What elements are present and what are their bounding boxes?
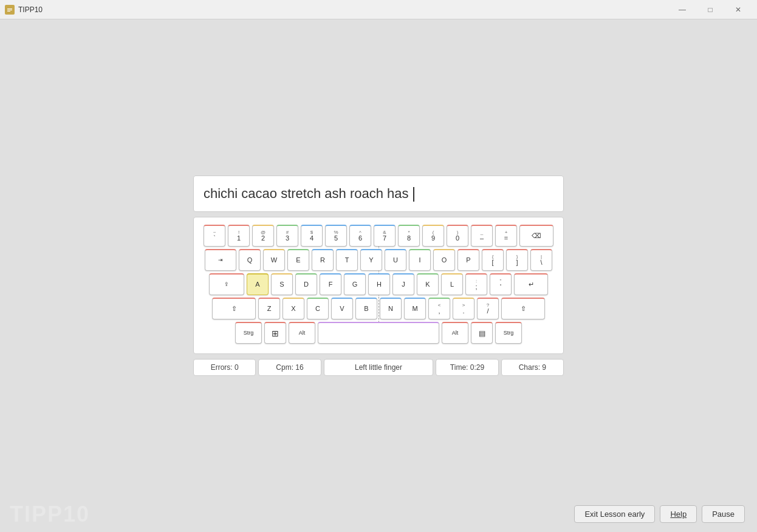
key-e[interactable]: E bbox=[287, 249, 309, 271]
key-5[interactable]: %5 bbox=[325, 225, 347, 247]
key-v[interactable]: V bbox=[331, 298, 353, 319]
key-row-bottom: Strg ⊞ Alt Alt ▤ Strg bbox=[201, 322, 556, 344]
key-shift-right[interactable]: ⇧ bbox=[501, 298, 545, 319]
key-quote[interactable]: "' bbox=[490, 273, 512, 295]
key-d[interactable]: D bbox=[295, 273, 317, 295]
cursor bbox=[413, 187, 414, 202]
key-k[interactable]: K bbox=[417, 273, 439, 295]
stats-bar: Errors: 0 Cpm: 16 Left little finger Tim… bbox=[193, 359, 564, 376]
key-row-asdf: ⇪ A S D F G H J K L :; "' ↵ bbox=[201, 273, 556, 295]
key-i[interactable]: I bbox=[409, 249, 431, 271]
key-row-qwerty: ⇥ Q W E R T Y U I O P {[ }] |\ bbox=[201, 249, 556, 271]
key-equals[interactable]: += bbox=[495, 225, 517, 247]
pause-button[interactable]: Pause bbox=[702, 505, 745, 523]
svg-rect-1 bbox=[7, 9, 12, 9]
time-stat: Time: 0:29 bbox=[436, 359, 498, 376]
key-row-numbers: ~` !1 @2 #3 $4 %5 ^6 &7 *8 (9 )0 _– += ⌫ bbox=[201, 225, 556, 247]
keyboard: ~` !1 @2 #3 $4 %5 ^6 &7 *8 (9 )0 _– += ⌫… bbox=[193, 217, 564, 354]
key-c[interactable]: C bbox=[307, 298, 329, 319]
key-backtick[interactable]: ~` bbox=[204, 225, 225, 247]
key-win-left[interactable]: ⊞ bbox=[264, 322, 286, 344]
key-a[interactable]: A bbox=[247, 273, 269, 295]
key-9[interactable]: (9 bbox=[422, 225, 444, 247]
key-bracket-open[interactable]: {[ bbox=[482, 249, 504, 271]
key-ctrl-right[interactable]: Strg bbox=[495, 322, 522, 344]
key-u[interactable]: U bbox=[385, 249, 406, 271]
key-x[interactable]: X bbox=[283, 298, 304, 319]
key-1[interactable]: !1 bbox=[228, 225, 250, 247]
bottom-bar: TIPP10 Exit Lesson early Help Pause bbox=[0, 496, 757, 532]
key-w[interactable]: W bbox=[263, 249, 285, 271]
key-t[interactable]: T bbox=[336, 249, 358, 271]
chars-stat: Chars: 9 bbox=[501, 359, 564, 376]
key-b[interactable]: B bbox=[355, 298, 377, 319]
key-slash[interactable]: ?/ bbox=[477, 298, 499, 319]
key-backspace[interactable]: ⌫ bbox=[519, 225, 553, 247]
key-minus[interactable]: _– bbox=[471, 225, 493, 247]
key-s[interactable]: S bbox=[271, 273, 293, 295]
watermark: TIPP10 bbox=[10, 502, 90, 527]
typing-text: chichi cacao stretch ash roach has bbox=[204, 186, 414, 202]
app-icon bbox=[5, 5, 15, 15]
key-h[interactable]: H bbox=[368, 273, 390, 295]
app-title: TIPP10 bbox=[18, 5, 668, 14]
key-j[interactable]: J bbox=[392, 273, 414, 295]
svg-rect-3 bbox=[7, 11, 10, 12]
key-y[interactable]: Y bbox=[360, 249, 382, 271]
key-tab[interactable]: ⇥ bbox=[205, 249, 236, 271]
key-ctrl-left[interactable]: Strg bbox=[235, 322, 262, 344]
maximize-button[interactable]: □ bbox=[696, 0, 724, 19]
key-f[interactable]: F bbox=[320, 273, 341, 295]
key-p[interactable]: P bbox=[457, 249, 479, 271]
svg-rect-2 bbox=[7, 10, 12, 10]
key-shift-left[interactable]: ⇧ bbox=[212, 298, 256, 319]
keyboard-inner: ~` !1 @2 #3 $4 %5 ^6 &7 *8 (9 )0 _– += ⌫… bbox=[201, 225, 556, 344]
key-q[interactable]: Q bbox=[239, 249, 261, 271]
typing-area[interactable]: chichi cacao stretch ash roach has bbox=[193, 176, 564, 212]
key-7[interactable]: &7 bbox=[374, 225, 396, 247]
key-z[interactable]: Z bbox=[258, 298, 280, 319]
key-alt-left[interactable]: Alt bbox=[289, 322, 315, 344]
finger-hint: Left little finger bbox=[324, 359, 434, 376]
main-content: chichi cacao stretch ash roach has ~` !1… bbox=[0, 19, 757, 532]
key-enter[interactable]: ↵ bbox=[514, 273, 548, 295]
key-comma[interactable]: <, bbox=[428, 298, 450, 319]
key-period[interactable]: >. bbox=[453, 298, 474, 319]
key-3[interactable]: #3 bbox=[276, 225, 298, 247]
cpm-stat: Cpm: 16 bbox=[258, 359, 321, 376]
key-g[interactable]: G bbox=[344, 273, 366, 295]
close-button[interactable]: ✕ bbox=[724, 0, 752, 19]
key-6[interactable]: ^6 bbox=[349, 225, 371, 247]
key-2[interactable]: @2 bbox=[252, 225, 274, 247]
key-alt-right[interactable]: Alt bbox=[442, 322, 468, 344]
titlebar: TIPP10 — □ ✕ bbox=[0, 0, 757, 19]
key-n[interactable]: N bbox=[380, 298, 402, 319]
help-button[interactable]: Help bbox=[660, 505, 697, 523]
key-8[interactable]: *8 bbox=[398, 225, 420, 247]
key-m[interactable]: M bbox=[404, 298, 426, 319]
minimize-button[interactable]: — bbox=[668, 0, 696, 19]
key-space[interactable] bbox=[318, 322, 439, 344]
key-bracket-close[interactable]: }] bbox=[506, 249, 528, 271]
window-controls: — □ ✕ bbox=[668, 0, 752, 19]
key-caps[interactable]: ⇪ bbox=[209, 273, 244, 295]
exit-lesson-button[interactable]: Exit Lesson early bbox=[574, 505, 655, 523]
key-l[interactable]: L bbox=[441, 273, 463, 295]
key-r[interactable]: R bbox=[312, 249, 334, 271]
key-o[interactable]: O bbox=[433, 249, 455, 271]
key-backslash[interactable]: |\ bbox=[530, 249, 552, 271]
key-4[interactable]: $4 bbox=[301, 225, 323, 247]
key-menu[interactable]: ▤ bbox=[471, 322, 493, 344]
key-semicolon[interactable]: :; bbox=[465, 273, 487, 295]
key-0[interactable]: )0 bbox=[447, 225, 468, 247]
errors-stat: Errors: 0 bbox=[193, 359, 256, 376]
key-row-zxcv: ⇧ Z X C V B N M <, >. ?/ ⇧ bbox=[201, 298, 556, 319]
